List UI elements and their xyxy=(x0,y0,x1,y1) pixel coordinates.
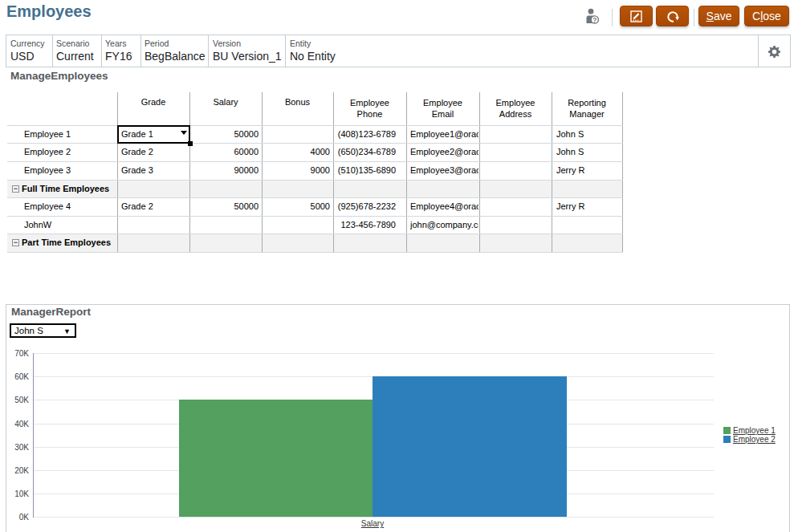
svg-text:?: ? xyxy=(592,17,597,24)
